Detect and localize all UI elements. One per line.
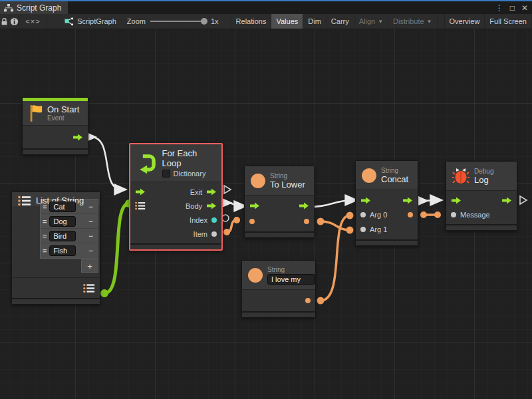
node-category: Debug — [474, 168, 493, 175]
code-preview-button[interactable]: <×> — [19, 14, 47, 29]
remove-item-button[interactable]: − — [86, 246, 96, 255]
node-footer — [12, 298, 100, 304]
zoom-slider[interactable] — [150, 17, 206, 25]
node-category: String — [267, 266, 315, 273]
node-string-literal[interactable]: String — [241, 260, 316, 318]
index-output-port[interactable] — [211, 217, 217, 223]
node-string-concat[interactable]: String Concat Arg 0 — [355, 160, 418, 246]
list-item-input[interactable] — [49, 201, 76, 212]
code-icon: <×> — [25, 17, 40, 25]
overview-button[interactable]: Overview — [444, 14, 485, 29]
flow-input-port[interactable] — [451, 197, 462, 204]
node-footer — [130, 243, 221, 249]
node-for-each-loop[interactable]: For Each Loop Dictionary Exit — [129, 143, 223, 251]
zoom-slider-handle[interactable] — [201, 18, 207, 25]
result-output-port[interactable] — [408, 212, 413, 217]
node-footer — [446, 224, 517, 230]
port-label-arg0: Arg 0 — [370, 211, 387, 219]
string-type-icon — [251, 174, 265, 188]
graph-asset-label: ScriptGraph — [59, 14, 122, 29]
node-debug-log[interactable]: Debug Log Message — [446, 161, 517, 231]
flow-output-port[interactable] — [72, 134, 83, 141]
arg0-input-port[interactable] — [360, 212, 366, 217]
arg1-input-port[interactable] — [360, 227, 366, 232]
node-category: String — [381, 167, 408, 174]
string-input-port[interactable] — [249, 219, 255, 224]
list-icon — [18, 196, 31, 206]
node-title: On Start — [47, 104, 79, 114]
flow-output-port[interactable] — [402, 197, 413, 204]
flow-input-port[interactable] — [360, 197, 371, 204]
port-label-index: Index — [190, 216, 207, 224]
graph-name: ScriptGraph — [77, 17, 116, 25]
remove-item-button[interactable]: − — [86, 231, 96, 241]
zoom-control: Zoom 1x — [122, 14, 224, 29]
flow-output-port[interactable] — [501, 197, 512, 204]
close-icon[interactable]: ✕ — [521, 4, 528, 12]
hierarchy-icon — [4, 4, 13, 12]
flow-output-port[interactable] — [299, 202, 309, 209]
tab-script-graph[interactable]: Script Graph — [0, 1, 68, 14]
node-title: To Lower — [270, 180, 305, 190]
list-item-input[interactable] — [49, 245, 76, 256]
drag-handle-icon[interactable]: = — [43, 232, 47, 240]
list-input-port[interactable] — [135, 201, 146, 210]
dictionary-checkbox[interactable] — [162, 170, 170, 178]
maximize-icon[interactable]: □ — [510, 4, 515, 12]
string-output-port[interactable] — [304, 219, 309, 224]
align-dropdown[interactable]: Align ▼ — [354, 14, 388, 29]
port-label-exit: Exit — [190, 188, 202, 196]
message-input-port[interactable] — [451, 212, 456, 217]
remove-item-button[interactable]: − — [86, 202, 96, 211]
dictionary-label: Dictionary — [174, 170, 206, 178]
list-editor: = − = − = − = — [40, 199, 98, 259]
tab-bar: Script Graph ⋮ □ ✕ — [0, 0, 532, 14]
node-list-of-string[interactable]: List of String = − = − = — [11, 192, 100, 305]
carry-button[interactable]: Carry — [327, 14, 354, 29]
port-label-arg1: Arg 1 — [370, 225, 387, 233]
item-output-port[interactable] — [211, 231, 217, 237]
port-label-body: Body — [186, 202, 202, 210]
node-footer — [356, 239, 418, 245]
relations-button[interactable]: Relations — [231, 14, 272, 29]
script-graph-icon — [65, 17, 74, 26]
node-footer — [23, 148, 88, 154]
list-item-input[interactable] — [49, 216, 76, 227]
bug-icon — [452, 168, 469, 185]
node-on-start[interactable]: On Start Event — [22, 97, 88, 155]
full-screen-button[interactable]: Full Screen — [485, 14, 532, 29]
distribute-dropdown[interactable]: Distribute ▼ — [388, 14, 437, 29]
lock-button[interactable] — [0, 14, 9, 29]
remove-item-button[interactable]: − — [86, 217, 96, 226]
info-button[interactable] — [9, 14, 19, 29]
list-output-port[interactable] — [83, 283, 95, 293]
info-icon — [10, 17, 19, 26]
drag-handle-icon[interactable]: = — [43, 247, 47, 255]
string-type-icon — [248, 268, 263, 283]
list-item: = − — [41, 243, 98, 258]
list-item-input[interactable] — [49, 231, 76, 241]
body-flow-output-port[interactable] — [206, 202, 217, 209]
node-string-to-lower[interactable]: String To Lower — [244, 166, 315, 238]
graph-canvas[interactable]: On Start Event Lis — [0, 29, 532, 399]
exit-flow-output-port[interactable] — [206, 188, 217, 196]
drag-handle-icon[interactable]: = — [43, 217, 47, 225]
chevron-down-icon: ▼ — [378, 19, 383, 25]
window-menu-icon[interactable]: ⋮ — [495, 4, 503, 12]
tab-title: Script Graph — [17, 3, 61, 13]
list-item: = − — [41, 214, 98, 229]
dim-button[interactable]: Dim — [303, 14, 327, 29]
flow-input-port[interactable] — [249, 202, 260, 209]
port-label-message: Message — [460, 211, 490, 219]
string-value-input[interactable] — [267, 274, 315, 285]
loop-icon — [136, 152, 158, 174]
flow-input-port[interactable] — [135, 188, 146, 196]
string-output-port[interactable] — [305, 298, 311, 303]
chevron-down-icon: ▼ — [427, 19, 432, 25]
node-title: Log — [474, 175, 493, 185]
zoom-label: Zoom — [127, 17, 146, 25]
drag-handle-icon[interactable]: = — [43, 203, 47, 211]
port-label-item: Item — [194, 230, 207, 238]
add-item-button[interactable]: + — [81, 259, 98, 273]
values-button[interactable]: Values — [271, 14, 303, 29]
